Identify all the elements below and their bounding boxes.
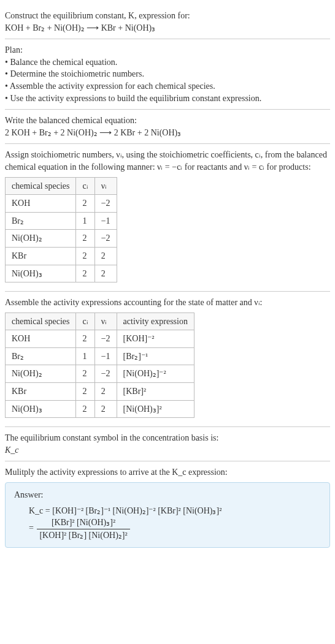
table-row: KOH 2 −2: [6, 195, 117, 213]
col-header: cᵢ: [76, 177, 94, 195]
cell: 2: [94, 247, 117, 265]
cell: 2: [76, 365, 94, 383]
kconst-section: The equilibrium constant symbol in the c…: [5, 427, 330, 461]
table-row: Br₂ 1 −1: [6, 212, 117, 230]
cell: −2: [94, 365, 117, 383]
cell: Ni(OH)₂: [6, 230, 76, 248]
cell: 2: [76, 247, 94, 265]
cell: 2: [76, 330, 94, 348]
equals-text: =: [29, 524, 36, 533]
col-header: chemical species: [6, 177, 76, 195]
cell: Ni(OH)₃: [6, 400, 76, 418]
unbalanced-equation: KOH + Br₂ + Ni(OH)₂ ⟶ KBr + Ni(OH)₃: [5, 22, 330, 34]
cell: 1: [76, 212, 94, 230]
cell: Ni(OH)₃: [6, 265, 76, 282]
plan-item: • Balance the chemical equation.: [5, 56, 330, 69]
balanced-equation: 2 KOH + Br₂ + 2 Ni(OH)₂ ⟶ 2 KBr + 2 Ni(O…: [5, 127, 330, 139]
table-row: KBr 2 2 [KBr]²: [6, 383, 194, 401]
cell: KOH: [6, 330, 76, 348]
cell: 2: [76, 230, 94, 248]
answer-label: Answer:: [14, 489, 321, 501]
stoich-section: Assign stoichiometric numbers, νᵢ, using…: [5, 144, 330, 292]
cell: 2: [94, 383, 117, 401]
cell: 1: [76, 347, 94, 365]
activity-section: Assemble the activity expressions accoun…: [5, 292, 330, 427]
table-row: Ni(OH)₂ 2 −2 [Ni(OH)₂]⁻²: [6, 365, 194, 383]
answer-fraction-line: = [KBr]² [Ni(OH)₃]² [KOH]² [Br₂] [Ni(OH)…: [29, 517, 321, 541]
cell: KOH: [6, 195, 76, 213]
fraction-denominator: [KOH]² [Br₂] [Ni(OH)₂]²: [37, 529, 129, 542]
cell: −1: [94, 347, 117, 365]
table-row: Ni(OH)₂ 2 −2: [6, 230, 117, 248]
cell: −2: [94, 230, 117, 248]
table-row: Ni(OH)₃ 2 2: [6, 265, 117, 282]
fraction: [KBr]² [Ni(OH)₃]² [KOH]² [Br₂] [Ni(OH)₂]…: [37, 517, 129, 541]
plan-item: • Use the activity expressions to build …: [5, 93, 330, 105]
cell: KBr: [6, 247, 76, 265]
multiply-text: Mulitply the activity expressions to arr…: [5, 466, 330, 479]
cell: −2: [94, 330, 117, 348]
cell: [KOH]⁻²: [117, 330, 194, 348]
plan-heading: Plan:: [5, 44, 330, 56]
col-header: cᵢ: [76, 313, 94, 330]
col-header: chemical species: [6, 313, 76, 330]
col-header: νᵢ: [94, 177, 117, 195]
assemble-text: Assemble the activity expressions accoun…: [5, 297, 330, 309]
cell: 2: [76, 400, 94, 418]
assign-text: Assign stoichiometric numbers, νᵢ, using…: [5, 149, 330, 173]
table-row: KOH 2 −2 [KOH]⁻²: [6, 330, 194, 348]
cell: 2: [76, 383, 94, 401]
answer-equation: K_c = [KOH]⁻² [Br₂]⁻¹ [Ni(OH)₂]⁻² [KBr]²…: [14, 505, 321, 542]
answer-line1: K_c = [KOH]⁻² [Br₂]⁻¹ [Ni(OH)₂]⁻² [KBr]²…: [29, 505, 321, 517]
cell: [Br₂]⁻¹: [117, 347, 194, 365]
stoich-table: chemical species cᵢ νᵢ KOH 2 −2 Br₂ 1 −1…: [5, 177, 117, 283]
cell: Br₂: [6, 347, 76, 365]
fraction-numerator: [KBr]² [Ni(OH)₃]²: [37, 517, 129, 529]
table-row: Br₂ 1 −1 [Br₂]⁻¹: [6, 347, 194, 365]
cell: Br₂: [6, 212, 76, 230]
answer-box: Answer: K_c = [KOH]⁻² [Br₂]⁻¹ [Ni(OH)₂]⁻…: [5, 482, 330, 548]
cell: −2: [94, 195, 117, 213]
title-line: Construct the equilibrium constant, K, e…: [5, 10, 330, 22]
cell: [Ni(OH)₃]²: [117, 400, 194, 418]
plan-section: Plan: • Balance the chemical equation. •…: [5, 39, 330, 110]
result-section: Mulitply the activity expressions to arr…: [5, 461, 330, 553]
cell: KBr: [6, 383, 76, 401]
table-header-row: chemical species cᵢ νᵢ: [6, 177, 117, 195]
cell: −1: [94, 212, 117, 230]
plan-item: • Determine the stoichiometric numbers.: [5, 68, 330, 80]
cell: Ni(OH)₂: [6, 365, 76, 383]
table-header-row: chemical species cᵢ νᵢ activity expressi…: [6, 313, 194, 330]
problem-statement: Construct the equilibrium constant, K, e…: [5, 5, 330, 39]
balanced-section: Write the balanced chemical equation: 2 …: [5, 110, 330, 144]
col-header: νᵢ: [94, 313, 117, 330]
kconst-text: The equilibrium constant symbol in the c…: [5, 432, 330, 444]
cell: [Ni(OH)₂]⁻²: [117, 365, 194, 383]
plan-item: • Assemble the activity expression for e…: [5, 80, 330, 93]
table-row: KBr 2 2: [6, 247, 117, 265]
balanced-heading: Write the balanced chemical equation:: [5, 115, 330, 127]
cell: 2: [76, 265, 94, 282]
col-header: activity expression: [117, 313, 194, 330]
kconst-symbol: K_c: [5, 444, 330, 456]
activity-table: chemical species cᵢ νᵢ activity expressi…: [5, 313, 194, 419]
cell: 2: [94, 265, 117, 282]
table-row: Ni(OH)₃ 2 2 [Ni(OH)₃]²: [6, 400, 194, 418]
cell: [KBr]²: [117, 383, 194, 401]
cell: 2: [76, 195, 94, 213]
cell: 2: [94, 400, 117, 418]
